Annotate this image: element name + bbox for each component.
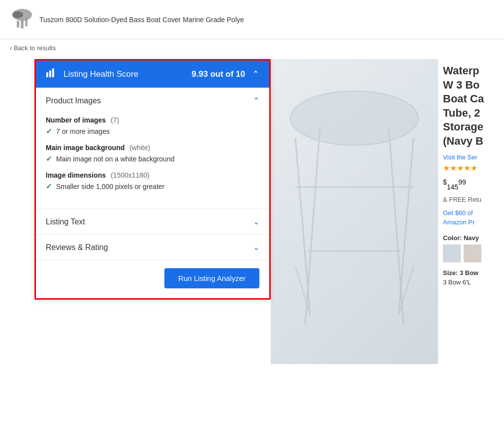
header-bar: Tuszom 800D Solution-Dyed Bass Boat Cove… [0,0,504,39]
number-of-images-value: (7) [111,116,119,124]
reviews-rating-section-header[interactable]: Reviews & Rating ⌄ [36,235,269,260]
check-mark-icon-1: ✓ [46,127,52,136]
run-button-section: Run Listing Analyzer [36,260,269,298]
header-title: Tuszom 800D Solution-Dyed Bass Boat Cove… [39,16,244,24]
color-label: Color: Navy [443,234,504,242]
widget-header: Listing Health Score 9.93 out of 10 ⌃ [36,61,269,88]
product-images-section: Product Images ⌃ Number of images (7) ✓ … [36,88,269,209]
header-logo [10,6,34,33]
number-of-images-label: Number of images (7) [46,116,259,124]
star-rating: ★★★★★ [443,163,504,173]
reviews-rating-chevron[interactable]: ⌄ [253,243,259,252]
product-images-chevron[interactable]: ⌃ [253,96,259,105]
image-dimensions-value: (1500x1180) [111,171,150,179]
product-info-panel: Waterp W 3 Bo Boat Ca Tube, 2 Storage (N… [443,64,504,286]
listing-health-widget: Listing Health Score 9.93 out of 10 ⌃ Pr… [34,59,271,300]
svg-rect-2 [21,20,24,29]
image-dimensions-result: ✓ Smaller side 1,000 pixels or greater [46,182,259,191]
product-images-title: Product Images [46,96,101,105]
product-image-svg [281,79,428,344]
run-listing-analyzer-button[interactable]: Run Listing Analyzer [164,268,259,288]
listing-text-title: Listing Text [46,218,85,226]
free-return-text: & FREE Retu [443,196,504,203]
widget-collapse-chevron[interactable]: ⌃ [252,69,259,80]
color-swatches [443,245,504,262]
svg-rect-15 [49,70,51,77]
main-image-background-result: ✓ Main image not on a white background [46,155,259,163]
main-image-background-item: Main image background (white) ✓ Main ima… [46,144,259,163]
check-mark-icon-3: ✓ [46,182,52,191]
listing-text-section-header[interactable]: Listing Text ⌄ [36,209,269,234]
health-score-icon [46,67,57,81]
back-link[interactable]: Back to results [10,44,56,52]
svg-rect-3 [17,21,19,28]
product-price: $14599 [443,178,504,193]
svg-rect-4 [25,19,28,27]
color-swatch-1[interactable] [443,245,461,262]
widget-score-label: Listing Health Score [63,69,185,79]
product-title-right: Waterp W 3 Bo Boat Ca Tube, 2 Storage (N… [443,64,504,149]
svg-line-8 [305,128,320,325]
widget-score-value: 9.93 out of 10 [191,69,245,79]
check-mark-icon-2: ✓ [46,155,52,163]
listing-text-chevron[interactable]: ⌄ [253,217,259,226]
logo-icon [10,6,34,33]
svg-rect-14 [46,72,48,77]
reviews-rating-title: Reviews & Rating [46,243,108,252]
svg-point-1 [12,11,23,18]
promo-text: Get $60 of Amazon Pr [443,208,504,227]
size-option: 3 Bow 6'L [443,279,504,286]
image-dimensions-item: Image dimensions (1500x1180) ✓ Smaller s… [46,171,259,191]
size-label: Size: 3 Bow [443,269,504,277]
svg-rect-16 [52,68,54,77]
color-swatch-2[interactable] [464,245,481,262]
image-dimensions-label: Image dimensions (1500x1180) [46,171,259,179]
product-images-body: Number of images (7) ✓ 7 or more images … [36,113,269,209]
svg-line-9 [389,128,404,325]
listing-text-section: Listing Text ⌄ [36,209,269,234]
product-image-area [271,59,438,364]
main-image-background-value: (white) [129,144,150,152]
svg-point-5 [290,91,418,145]
product-images-section-header[interactable]: Product Images ⌃ [36,88,269,113]
number-of-images-item: Number of images (7) ✓ 7 or more images [46,116,259,136]
reviews-rating-section: Reviews & Rating ⌄ [36,234,269,260]
number-of-images-result: ✓ 7 or more images [46,127,259,136]
visit-seller-link[interactable]: Visit the Ser [443,154,504,161]
main-image-background-label: Main image background (white) [46,144,259,152]
